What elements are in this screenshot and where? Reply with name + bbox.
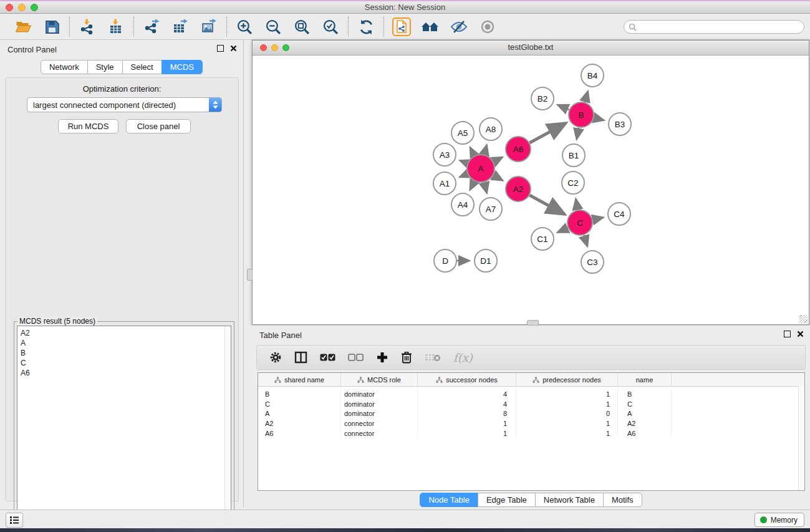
network-canvas[interactable]: AA6A2BCA1A3A4A5A7A8B1B2B3B4C1C2C3C4DD1 xyxy=(253,56,809,324)
graph-node-A1[interactable]: A1 xyxy=(433,172,456,195)
table-cell[interactable]: 1 xyxy=(516,399,618,409)
function-builder-icon[interactable]: f(x) xyxy=(453,351,473,364)
edge-B-B4[interactable] xyxy=(585,91,588,102)
graph-node-A3[interactable]: A3 xyxy=(433,143,456,166)
edge-A-A2[interactable] xyxy=(493,175,503,180)
table-cell[interactable]: 8 xyxy=(418,409,516,418)
delete-rows-icon[interactable] xyxy=(401,351,412,364)
table-cell[interactable]: 1 xyxy=(516,428,618,438)
table-row[interactable]: A6connector11A6 xyxy=(258,428,804,438)
memory-button[interactable]: Memory xyxy=(755,513,804,527)
table-cell[interactable]: dominator xyxy=(341,409,418,418)
edge-C-C2[interactable] xyxy=(576,199,577,210)
home-first-neighbors-icon[interactable] xyxy=(421,17,440,36)
edge-B-B2[interactable] xyxy=(557,105,569,110)
graph-node-C3[interactable]: C3 xyxy=(581,251,604,273)
run-mcds-button[interactable]: Run MCDS xyxy=(58,119,118,133)
table-row[interactable]: A2connector11A2 xyxy=(258,418,804,428)
table-cell[interactable]: 0 xyxy=(516,409,618,418)
graph-node-C[interactable]: C xyxy=(567,210,592,235)
edge-B-B1[interactable] xyxy=(577,128,579,140)
edge-A-A7[interactable] xyxy=(484,182,486,193)
float-panel-icon[interactable] xyxy=(217,45,224,52)
save-session-icon[interactable] xyxy=(42,17,61,36)
optimization-criterion-select[interactable]: largest connected component (directed) xyxy=(27,97,222,112)
add-row-icon[interactable] xyxy=(376,351,388,364)
result-item[interactable]: B xyxy=(21,348,231,358)
table-settings-icon[interactable] xyxy=(269,351,282,364)
table-row[interactable]: Adominator80A xyxy=(258,409,804,418)
graph-node-D[interactable]: D xyxy=(434,249,456,272)
column-header-predecessor-nodes[interactable]: predecessor nodes xyxy=(516,373,618,386)
table-cell[interactable]: B xyxy=(258,389,341,399)
export-table-icon[interactable] xyxy=(171,17,190,36)
table-cell[interactable]: 1 xyxy=(418,418,516,428)
table-tab-motifs[interactable]: Motifs xyxy=(603,493,642,507)
graph-node-B3[interactable]: B3 xyxy=(609,113,631,135)
tab-mcds[interactable]: MCDS xyxy=(162,60,203,74)
edge-A-A4[interactable] xyxy=(470,181,475,190)
edge-A6-B[interactable] xyxy=(529,123,566,143)
window-resize-grip[interactable] xyxy=(799,315,808,323)
graph-node-A4[interactable]: A4 xyxy=(451,193,474,216)
graph-node-B[interactable]: B xyxy=(569,102,594,127)
deselect-all-icon[interactable] xyxy=(348,354,364,361)
import-table-icon[interactable] xyxy=(107,17,125,36)
zoom-in-icon[interactable] xyxy=(235,17,254,36)
task-history-button[interactable] xyxy=(6,513,23,528)
column-header-successor-nodes[interactable]: successor nodes xyxy=(418,373,516,386)
zoom-out-icon[interactable] xyxy=(264,17,282,36)
search-field[interactable] xyxy=(624,20,804,34)
edge-A-A3[interactable] xyxy=(460,160,467,163)
edge-B-B3[interactable] xyxy=(594,118,604,120)
search-input[interactable] xyxy=(639,22,799,32)
network-zoom-icon[interactable] xyxy=(282,44,289,51)
delete-table-icon[interactable] xyxy=(425,352,441,362)
graph-node-A7[interactable]: A7 xyxy=(480,198,502,220)
network-window-titlebar[interactable]: testGlobe.txt xyxy=(253,41,809,56)
window-controls[interactable] xyxy=(6,4,38,11)
table-row[interactable]: Bdominator41B xyxy=(258,389,804,399)
table-cell[interactable]: A xyxy=(618,409,672,418)
table-cell[interactable]: 4 xyxy=(418,389,516,399)
table-cell[interactable]: A2 xyxy=(618,418,672,428)
table-cell[interactable]: 1 xyxy=(418,428,516,438)
vertical-split-handle[interactable] xyxy=(247,269,253,281)
import-network-icon[interactable] xyxy=(78,17,97,36)
edge-C-C4[interactable] xyxy=(592,218,603,220)
open-session-icon[interactable] xyxy=(14,17,32,36)
table-cell[interactable]: A2 xyxy=(258,418,341,428)
table-cell[interactable]: 4 xyxy=(418,399,516,409)
column-header-shared-name[interactable]: shared name xyxy=(258,373,341,386)
table-cell[interactable]: dominator xyxy=(341,389,418,399)
result-item[interactable]: A xyxy=(21,338,231,348)
graph-node-C2[interactable]: C2 xyxy=(562,172,584,194)
result-list-scrollbar[interactable] xyxy=(224,326,231,530)
table-cell[interactable]: dominator xyxy=(341,399,418,409)
graph-node-B4[interactable]: B4 xyxy=(581,64,604,87)
edge-A-A8[interactable] xyxy=(485,145,487,155)
tab-network[interactable]: Network xyxy=(41,60,88,74)
result-item[interactable]: C xyxy=(21,358,231,368)
graph-node-B1[interactable]: B1 xyxy=(562,144,585,167)
refresh-layout-icon[interactable] xyxy=(357,17,375,36)
edge-A2-C[interactable] xyxy=(529,195,564,215)
table-cell[interactable]: A xyxy=(258,409,341,418)
select-all-icon[interactable] xyxy=(320,354,335,361)
close-window-icon[interactable] xyxy=(6,4,13,11)
table-cell[interactable]: 1 xyxy=(516,389,618,399)
mcds-result-list[interactable]: A2ABCA6 xyxy=(17,326,231,530)
table-row[interactable]: Cdominator41C xyxy=(258,399,804,409)
edge-C-C3[interactable] xyxy=(584,235,587,246)
graph-node-A[interactable]: A xyxy=(467,155,494,182)
table-cell[interactable]: connector xyxy=(341,418,418,428)
table-cell[interactable]: C xyxy=(618,399,672,409)
network-minimize-icon[interactable] xyxy=(271,44,278,51)
edge-A-A1[interactable] xyxy=(460,174,468,177)
table-scrollbar[interactable] xyxy=(798,386,804,490)
show-all-icon[interactable] xyxy=(478,17,497,36)
close-table-panel-icon[interactable] xyxy=(797,331,804,337)
table-tab-edge-table[interactable]: Edge Table xyxy=(478,493,536,507)
graph-node-A6[interactable]: A6 xyxy=(506,137,531,162)
table-cell[interactable]: A6 xyxy=(258,428,341,438)
